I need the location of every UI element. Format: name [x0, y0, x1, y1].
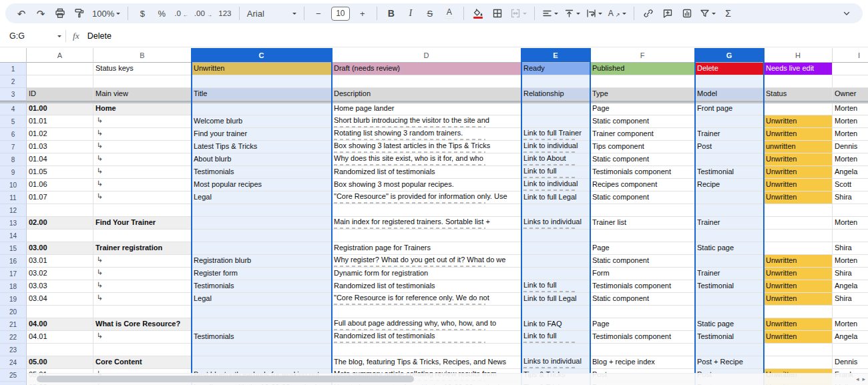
cell-C4[interactable]: [192, 103, 332, 115]
cell-F16[interactable]: Static component: [590, 255, 695, 268]
row-header-26[interactable]: 26: [0, 382, 27, 385]
cell-B4[interactable]: Home: [93, 103, 192, 115]
cell-A14[interactable]: [27, 230, 93, 242]
column-header-D[interactable]: D: [332, 48, 521, 63]
cell-B10[interactable]: ↳: [93, 179, 192, 191]
cell-F5[interactable]: Static component: [590, 115, 695, 128]
cell-G11[interactable]: [695, 191, 764, 204]
cell-A20[interactable]: [27, 306, 93, 318]
scrollbar-thumb[interactable]: [37, 376, 414, 382]
cell-D4[interactable]: Home page lander: [332, 103, 521, 115]
merge-cells-button[interactable]: [510, 5, 527, 21]
cell-B3[interactable]: Main view: [93, 88, 192, 101]
cell-E10[interactable]: Link to individual: [521, 179, 590, 191]
cell-F20[interactable]: [590, 306, 695, 318]
decrease-decimal-button[interactable]: .0←: [174, 5, 188, 21]
cell-B19[interactable]: ↳: [93, 293, 192, 306]
cell-E6[interactable]: Link to full Trainer: [521, 128, 590, 141]
cell-H3[interactable]: Status: [764, 88, 833, 101]
row-header-11[interactable]: 11: [0, 191, 27, 204]
cell-D12[interactable]: [332, 204, 521, 217]
cell-E12[interactable]: [521, 204, 590, 217]
cell-D17[interactable]: Dynamic form for registration: [332, 268, 521, 280]
cell-G16[interactable]: [695, 255, 764, 268]
cell-I13[interactable]: Morten: [833, 217, 868, 230]
cell-H23[interactable]: [764, 344, 833, 356]
cell-C14[interactable]: [192, 230, 332, 242]
cell-D23[interactable]: [332, 344, 521, 356]
row-header-14[interactable]: 14: [0, 230, 27, 242]
row-header-20[interactable]: 20: [0, 306, 27, 318]
borders-button[interactable]: [491, 5, 504, 21]
percent-format-button[interactable]: %: [155, 5, 168, 21]
cell-F7[interactable]: Tips component: [590, 141, 695, 153]
cell-D16[interactable]: Why register? What do you get out of it?…: [332, 255, 521, 268]
cell-I22[interactable]: Angela: [833, 331, 868, 344]
cell-I23[interactable]: [833, 344, 868, 356]
scroll-right-icon[interactable]: ▸: [862, 376, 865, 382]
row-header-25[interactable]: 25: [0, 369, 27, 382]
cell-G12[interactable]: [695, 204, 764, 217]
cell-B12[interactable]: [93, 204, 192, 217]
column-header-I[interactable]: I: [833, 48, 868, 63]
cell-H21[interactable]: Unwritten: [764, 318, 833, 331]
row-header-12[interactable]: 12: [0, 204, 27, 217]
cell-H14[interactable]: [764, 230, 833, 242]
cell-F3[interactable]: Type: [590, 88, 695, 101]
cell-C16[interactable]: Registration blurb: [192, 255, 332, 268]
cell-B20[interactable]: [93, 306, 192, 318]
cell-I3[interactable]: Owner: [833, 88, 868, 101]
row-header-24[interactable]: 24: [0, 356, 27, 369]
cell-F12[interactable]: [590, 204, 695, 217]
cell-H6[interactable]: Unwritten: [764, 128, 833, 141]
row-header-21[interactable]: 21: [0, 318, 27, 331]
cell-D20[interactable]: [332, 306, 521, 318]
create-filter-button[interactable]: [700, 5, 716, 21]
cell-C22[interactable]: Testimonials: [192, 331, 332, 344]
scroll-left-icon[interactable]: ◂: [856, 376, 859, 382]
cell-G8[interactable]: [695, 153, 764, 166]
strikethrough-button[interactable]: S: [423, 5, 437, 21]
text-rotation-button[interactable]: A↗: [608, 5, 626, 21]
cell-A24[interactable]: 05.00: [27, 356, 93, 369]
cell-C3[interactable]: Title: [192, 88, 332, 101]
cell-F13[interactable]: Trainer list: [590, 217, 695, 230]
cell-E11[interactable]: Link to full Legal: [521, 191, 590, 204]
cell-B17[interactable]: ↳: [93, 268, 192, 280]
cell-G1[interactable]: Delete: [695, 63, 764, 75]
cell-B2[interactable]: [93, 75, 192, 88]
cell-B15[interactable]: Trainer registration: [93, 242, 192, 255]
cell-B1[interactable]: Status keys: [93, 63, 192, 75]
cell-F15[interactable]: Page: [590, 242, 695, 255]
cell-C9[interactable]: Testimonials: [192, 166, 332, 179]
cell-E1[interactable]: Ready: [521, 63, 590, 75]
row-header-5[interactable]: 5: [0, 115, 27, 128]
cell-A11[interactable]: 01.07: [27, 191, 93, 204]
cell-E19[interactable]: Link to full Legal: [521, 293, 590, 306]
redo-button[interactable]: ↷: [34, 5, 47, 21]
cell-A9[interactable]: 01.05: [27, 166, 93, 179]
cell-H19[interactable]: Unwritten: [764, 293, 833, 306]
cell-C12[interactable]: [192, 204, 332, 217]
cell-B22[interactable]: ↳: [93, 331, 192, 344]
cell-D24[interactable]: The blog, featuring Tips & Tricks, Recip…: [332, 356, 521, 369]
cell-A2[interactable]: [27, 75, 93, 88]
cell-E2[interactable]: [521, 75, 590, 88]
insert-link-button[interactable]: [642, 5, 655, 21]
cell-C17[interactable]: Register form: [192, 268, 332, 280]
column-header-H[interactable]: H: [764, 48, 833, 63]
cell-H7[interactable]: unwritten: [764, 141, 833, 153]
cell-D15[interactable]: Registration page for Trainers: [332, 242, 521, 255]
cell-G6[interactable]: Trainer: [695, 128, 764, 141]
row-header-18[interactable]: 18: [0, 280, 27, 293]
cell-G22[interactable]: Testimonial: [695, 331, 764, 344]
cell-E13[interactable]: Links to individual: [521, 217, 590, 230]
cell-A17[interactable]: 03.02: [27, 268, 93, 280]
column-header-C[interactable]: C: [192, 48, 332, 63]
cell-H20[interactable]: [764, 306, 833, 318]
row-header-22[interactable]: 22: [0, 331, 27, 344]
cell-B6[interactable]: ↳: [93, 128, 192, 141]
row-header-17[interactable]: 17: [0, 268, 27, 280]
cell-G24[interactable]: Post + Recipe: [695, 356, 764, 369]
fill-color-button[interactable]: [471, 5, 485, 21]
